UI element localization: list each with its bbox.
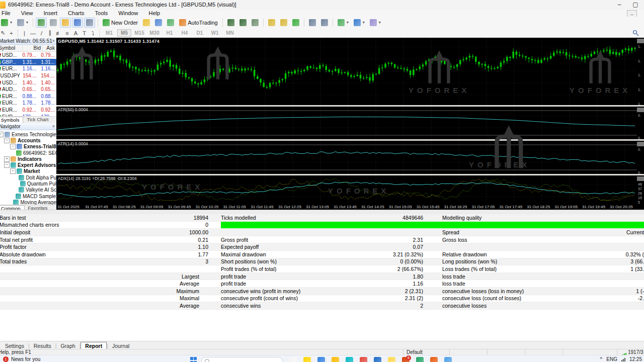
line-chart-button[interactable]	[250, 18, 261, 28]
timeframe-m15[interactable]: M15	[132, 29, 146, 37]
mdi-minimize-button[interactable]: _	[627, 10, 637, 17]
taskbar-app-icon[interactable]	[317, 357, 325, 362]
hline-tool[interactable]: —	[30, 30, 36, 36]
fibonacci-tool[interactable]: ≢	[55, 30, 62, 36]
find-symbol-icon[interactable]	[632, 30, 639, 36]
collapse-icon[interactable]: −	[4, 162, 10, 168]
channel-tool[interactable]: ∥	[47, 30, 53, 36]
expand-icon[interactable]: +	[4, 156, 10, 162]
timeframe-h1[interactable]: H1	[163, 29, 177, 37]
menu-window[interactable]: Window	[114, 10, 142, 17]
strategy-tester-toggle[interactable]	[84, 18, 95, 28]
zoom-out-button[interactable]	[278, 18, 289, 28]
market-watch-row[interactable]: EUR...0.88...0.88...	[0, 93, 56, 100]
indicators-button[interactable]: ▾	[336, 18, 351, 28]
menu-view[interactable]: View	[17, 10, 38, 17]
text-tool[interactable]: A	[72, 30, 79, 36]
taskbar-app-icon[interactable]	[303, 357, 311, 362]
language-indicator[interactable]: ENG	[606, 356, 617, 362]
menu-file[interactable]: File	[0, 10, 15, 17]
taskbar-app-icon[interactable]	[416, 357, 424, 362]
taskbar-app-icon[interactable]	[374, 357, 381, 362]
menu-charts[interactable]: Charts	[63, 10, 89, 17]
tree-item[interactable]: −Accounts	[0, 137, 56, 143]
timeframe-mn[interactable]: MN	[223, 29, 237, 37]
market-watch-row[interactable]: EUR...0.92...0.92...	[0, 107, 56, 114]
market-watch-row[interactable]: USDJPY154....154....	[0, 72, 56, 79]
search-input[interactable]	[201, 357, 283, 362]
navigator-toggle[interactable]	[60, 18, 71, 28]
tree-item[interactable]: −Market	[0, 168, 56, 174]
candle-chart-button[interactable]	[237, 18, 249, 28]
collapse-icon[interactable]: −	[0, 132, 4, 137]
timeframe-h4[interactable]: H4	[178, 29, 192, 37]
chart-shift-button[interactable]	[319, 18, 330, 28]
taskbar-clock[interactable]: 12:25	[629, 356, 642, 362]
tab-journal[interactable]: Journal	[108, 342, 133, 349]
tree-item[interactable]: Quantum Pul	[0, 180, 56, 187]
terminal-toggle[interactable]	[72, 18, 83, 28]
timeframe-w1[interactable]: W1	[208, 29, 222, 37]
collapse-icon[interactable]: −	[10, 144, 16, 149]
taskbar-app-icon[interactable]	[332, 357, 339, 362]
tray-chevron[interactable]: ^	[600, 356, 603, 362]
start-button[interactable]	[190, 357, 197, 362]
periods-button[interactable]: ▾	[352, 18, 367, 28]
tree-item[interactable]: −Expert Advisors	[0, 162, 56, 168]
tree-item[interactable]: −Exness-Trial8	[0, 144, 56, 150]
zoom-in-button[interactable]	[266, 18, 277, 28]
market-watch-row[interactable]: EUR...170....170....	[0, 113, 56, 116]
timeframe-d1[interactable]: D1	[193, 29, 207, 37]
tree-item[interactable]: +Indicators	[0, 156, 56, 162]
tree-item[interactable]: Dolt Alpha Pu	[0, 174, 56, 180]
taskbar-news-widget[interactable]: 1 News for you	[3, 356, 40, 362]
close-icon[interactable]: ×	[52, 123, 55, 130]
autotrading-button[interactable]: AutoTrading	[177, 18, 220, 28]
market-watch-toggle[interactable]	[36, 18, 47, 28]
shapes-tool[interactable]: ≡	[64, 30, 70, 36]
timeframe-m5[interactable]: M5	[117, 29, 131, 37]
tree-item[interactable]: −Exness Technologies MT4	[0, 131, 56, 137]
taskbar-app-icon[interactable]	[346, 357, 353, 362]
crosshair-tool[interactable]: +	[8, 30, 15, 36]
tree-item[interactable]: MACD Sample	[0, 193, 56, 199]
taskbar-app-icon[interactable]	[388, 357, 395, 362]
tile-windows-button[interactable]	[290, 18, 301, 28]
auto-scroll-button[interactable]	[307, 18, 318, 28]
cursor-tool[interactable]: ⇖	[0, 30, 6, 36]
tab-report[interactable]: Report	[80, 342, 107, 349]
data-window-toggle[interactable]	[48, 18, 59, 28]
taskbar-app-icon[interactable]	[430, 357, 438, 362]
tab-settings[interactable]: Settings	[1, 342, 28, 349]
taskbar-app-icon[interactable]: 8	[402, 357, 410, 362]
timeframe-m30[interactable]: M30	[147, 29, 162, 37]
market-button[interactable]	[153, 18, 164, 28]
market-watch-row[interactable]: EUR...1.16...1.16...	[0, 65, 56, 72]
close-icon[interactable]: ×	[52, 38, 55, 44]
status-profile[interactable]: Default	[404, 349, 450, 355]
sounds-button[interactable]	[165, 18, 176, 28]
profiles-button[interactable]: ▾	[15, 18, 30, 28]
menu-help[interactable]: Help	[144, 10, 165, 17]
new-chart-button[interactable]: ▾	[0, 18, 14, 28]
taskbar-app-icon[interactable]	[444, 357, 452, 362]
tree-item[interactable]: Moving Average	[0, 199, 56, 205]
chart-window[interactable]: GBPUSD,M5 1.31442 1.31507 1.31433 1.3147…	[56, 38, 644, 210]
market-watch-row[interactable]: GBP...1.31...1.31...	[0, 59, 56, 66]
tab-tick-chart[interactable]: Tick Chart	[23, 117, 52, 123]
menu-tools[interactable]: Tools	[91, 10, 113, 17]
minimize-button[interactable]: –	[612, 0, 627, 10]
arrows-tool[interactable]: ⤵	[90, 30, 96, 36]
metaeditor-button[interactable]	[141, 18, 152, 28]
tab-results[interactable]: Results	[30, 342, 55, 349]
market-watch-row[interactable]: AUD...0.65...0.65...	[0, 86, 56, 93]
label-tool[interactable]: T	[81, 30, 88, 36]
trendline-tool[interactable]: /	[38, 30, 45, 36]
market-watch-row[interactable]: USD...0.79...0.79...	[0, 52, 56, 59]
vline-tool[interactable]: |	[21, 30, 28, 36]
taskbar-app-icon[interactable]	[360, 357, 367, 362]
new-order-button[interactable]: New Order	[101, 18, 140, 28]
network-icon[interactable]	[621, 357, 625, 361]
market-watch-row[interactable]: USD...1.40...1.40...	[0, 79, 56, 86]
collapse-icon[interactable]: −	[4, 138, 10, 143]
